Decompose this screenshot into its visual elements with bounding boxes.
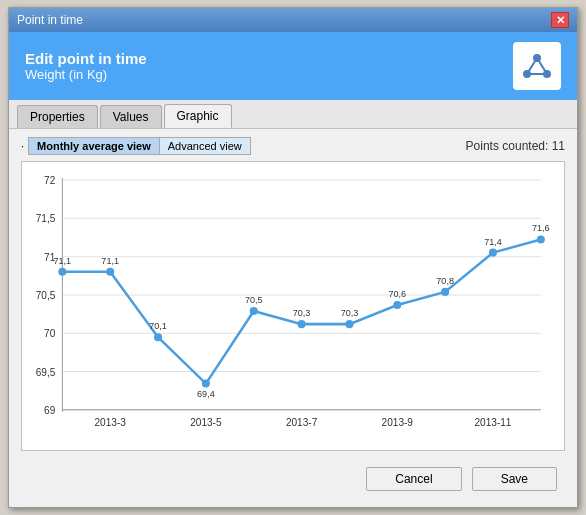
- svg-text:70,3: 70,3: [293, 308, 311, 318]
- data-point: [537, 235, 545, 243]
- header-text: Edit point in time Weight (in Kg): [25, 50, 147, 82]
- svg-text:70,8: 70,8: [436, 276, 454, 286]
- footer: Cancel Save: [21, 461, 565, 499]
- svg-text:69,4: 69,4: [197, 389, 215, 399]
- save-button[interactable]: Save: [472, 467, 557, 491]
- svg-line-4: [537, 58, 547, 74]
- svg-text:69: 69: [44, 405, 56, 416]
- tab-graphic[interactable]: Graphic: [164, 104, 232, 128]
- data-point: [106, 268, 114, 276]
- header-title: Edit point in time: [25, 50, 147, 67]
- data-point: [345, 320, 353, 328]
- data-point: [489, 249, 497, 257]
- header-icon: [513, 42, 561, 90]
- content-area: · Monthly average view Advanced view Poi…: [9, 129, 577, 507]
- svg-text:71,5: 71,5: [36, 213, 56, 224]
- cancel-button[interactable]: Cancel: [366, 467, 461, 491]
- tab-properties[interactable]: Properties: [17, 105, 98, 128]
- header-subtitle: Weight (in Kg): [25, 67, 147, 82]
- main-window: Point in time ✕ Edit point in time Weigh…: [8, 7, 578, 508]
- svg-text:71,6: 71,6: [532, 223, 550, 233]
- svg-text:71,1: 71,1: [54, 256, 72, 266]
- view-buttons: Monthly average view Advanced view: [28, 137, 251, 155]
- svg-text:69,5: 69,5: [36, 367, 56, 378]
- svg-line-3: [527, 58, 537, 74]
- svg-text:2013-7: 2013-7: [286, 417, 318, 428]
- window-title: Point in time: [17, 13, 83, 27]
- svg-text:2013-11: 2013-11: [475, 417, 512, 428]
- svg-text:70,5: 70,5: [245, 295, 263, 305]
- close-button[interactable]: ✕: [551, 12, 569, 28]
- data-point: [298, 320, 306, 328]
- svg-text:2013-5: 2013-5: [190, 417, 222, 428]
- chart-container: 72 71,5 71 70,5 70 69,5 69: [21, 161, 565, 451]
- radio-dot: ·: [21, 140, 24, 152]
- svg-text:70,6: 70,6: [388, 289, 406, 299]
- svg-text:71,4: 71,4: [484, 237, 502, 247]
- monthly-view-button[interactable]: Monthly average view: [29, 138, 160, 154]
- svg-text:71,1: 71,1: [101, 256, 119, 266]
- data-point: [250, 307, 258, 315]
- tab-values[interactable]: Values: [100, 105, 162, 128]
- data-point: [393, 301, 401, 309]
- svg-text:72: 72: [44, 175, 56, 186]
- tabs-row: Properties Values Graphic: [9, 100, 577, 129]
- chart-svg: 72 71,5 71 70,5 70 69,5 69: [22, 170, 556, 442]
- svg-text:70,3: 70,3: [341, 308, 359, 318]
- svg-text:2013-9: 2013-9: [382, 417, 414, 428]
- data-point: [202, 380, 210, 388]
- svg-text:70,1: 70,1: [149, 321, 167, 331]
- points-counted: Points counted: 11: [466, 139, 565, 153]
- data-point: [58, 268, 66, 276]
- data-point: [441, 288, 449, 296]
- svg-text:70: 70: [44, 328, 56, 339]
- header-area: Edit point in time Weight (in Kg): [9, 32, 577, 100]
- view-controls: · Monthly average view Advanced view Poi…: [21, 137, 565, 155]
- svg-text:2013-3: 2013-3: [95, 417, 127, 428]
- data-point: [154, 333, 162, 341]
- network-icon: [519, 48, 555, 84]
- title-bar: Point in time ✕: [9, 8, 577, 32]
- svg-text:70,5: 70,5: [36, 290, 56, 301]
- advanced-view-button[interactable]: Advanced view: [160, 138, 250, 154]
